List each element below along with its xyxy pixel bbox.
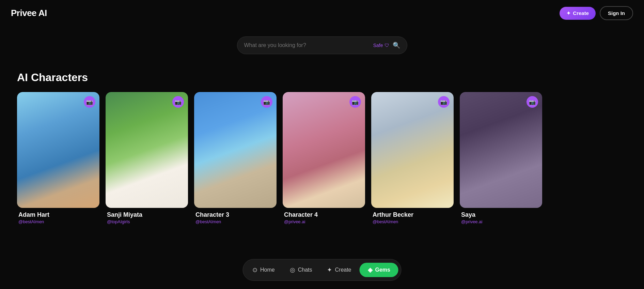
camera-icon-adam[interactable]: 📷: [84, 96, 95, 108]
character-card-char3[interactable]: 📷 Character 3 @bestAImen: [194, 92, 277, 226]
camera-icon-char4[interactable]: 📷: [349, 96, 361, 108]
character-name-char3: Character 3: [195, 211, 275, 218]
character-card-sanji[interactable]: 📷 Sanji Miyata @topAIgirls: [106, 92, 188, 226]
character-card-arthur[interactable]: 📷 Arthur Becker @bestAImen: [371, 92, 454, 226]
characters-grid: 📷 Adam Hart @bestAImen 📷 Sanji Miyata @t…: [0, 92, 644, 226]
camera-icon-char3[interactable]: 📷: [261, 96, 272, 108]
character-card-char4[interactable]: 📷 Character 4 @privee.ai: [283, 92, 365, 226]
character-name-sanji: Sanji Miyata: [107, 211, 187, 218]
camera-icon-sanji[interactable]: 📷: [172, 96, 184, 108]
search-icon[interactable]: 🔍: [393, 42, 400, 49]
character-name-char4: Character 4: [284, 211, 364, 218]
nav-item-chats[interactable]: ◎ Chats: [283, 263, 319, 277]
character-image-char4: 📷: [283, 92, 365, 208]
character-card-adam[interactable]: 📷 Adam Hart @bestAImen: [17, 92, 99, 226]
card-info-arthur: Arthur Becker @bestAImen: [371, 208, 454, 226]
character-name-adam: Adam Hart: [18, 211, 98, 218]
sparkle-icon: ✦: [566, 10, 571, 16]
header-actions: ✦ Create Sign In: [560, 6, 633, 20]
character-username-char3: @bestAImen: [195, 219, 275, 224]
card-info-adam: Adam Hart @bestAImen: [17, 208, 99, 226]
character-image-saya: 📷: [460, 92, 542, 208]
nav-item-create[interactable]: ✦ Create: [320, 263, 358, 277]
search-input[interactable]: [244, 42, 370, 48]
home-icon: ⊙: [252, 266, 257, 274]
character-image-char3: 📷: [194, 92, 277, 208]
home-label: Home: [260, 267, 275, 273]
shield-icon: 🛡: [384, 43, 389, 48]
card-info-char4: Character 4 @privee.ai: [283, 208, 365, 226]
search-bar: Safe 🛡 🔍: [237, 36, 407, 54]
create-label: Create: [335, 267, 351, 273]
card-info-saya: Saya @privee.ai: [460, 208, 542, 226]
character-card-saya[interactable]: 📷 Saya @privee.ai: [460, 92, 542, 226]
safe-badge: Safe 🛡: [373, 43, 389, 48]
gems-label: Gems: [375, 267, 390, 273]
character-image-sanji: 📷: [106, 92, 188, 208]
create-button[interactable]: ✦ Create: [560, 7, 596, 20]
logo: Privee AI: [11, 8, 47, 18]
main-content: AI Characters 📷 Adam Hart @bestAImen 📷 S…: [0, 71, 644, 226]
bottom-nav: ⊙ Home ◎ Chats ✦ Create ◈ Gems: [242, 259, 402, 281]
chats-label: Chats: [298, 267, 312, 273]
search-section: Safe 🛡 🔍: [0, 26, 644, 71]
camera-icon-saya[interactable]: 📷: [527, 96, 538, 108]
camera-icon-arthur[interactable]: 📷: [438, 96, 450, 108]
character-username-saya: @privee.ai: [461, 219, 541, 224]
nav-item-gems[interactable]: ◈ Gems: [360, 263, 398, 277]
section-title: AI Characters: [0, 71, 644, 92]
character-image-arthur: 📷: [371, 92, 454, 208]
character-username-adam: @bestAImen: [18, 219, 98, 224]
nav-item-home[interactable]: ⊙ Home: [246, 263, 282, 277]
character-image-adam: 📷: [17, 92, 99, 208]
gems-icon: ◈: [368, 266, 373, 274]
character-name-saya: Saya: [461, 211, 541, 218]
character-name-arthur: Arthur Becker: [373, 211, 452, 218]
header: Privee AI ✦ Create Sign In: [0, 0, 644, 26]
character-username-arthur: @bestAImen: [373, 219, 452, 224]
character-username-sanji: @topAIgirls: [107, 219, 187, 224]
create-icon: ✦: [327, 266, 332, 274]
card-info-char3: Character 3 @bestAImen: [194, 208, 277, 226]
character-username-char4: @privee.ai: [284, 219, 364, 224]
card-info-sanji: Sanji Miyata @topAIgirls: [106, 208, 188, 226]
signin-button[interactable]: Sign In: [600, 6, 633, 20]
chats-icon: ◎: [290, 266, 295, 274]
